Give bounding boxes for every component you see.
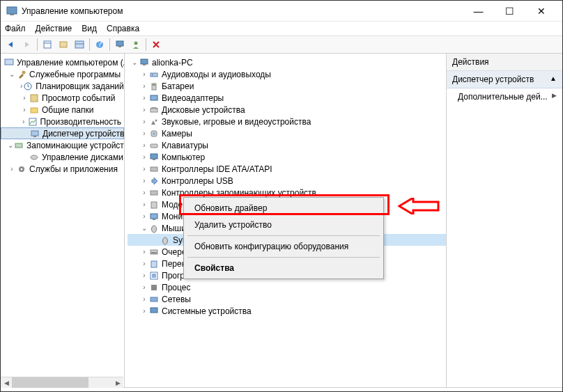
device-category-icon	[148, 152, 160, 163]
window-controls: — ☐ ✕	[463, 1, 557, 22]
left-item-perf[interactable]: › Производительность	[1, 116, 124, 127]
maximize-button[interactable]: ☐	[494, 1, 525, 22]
expander-expand-icon[interactable]: ›	[140, 272, 148, 279]
menu-action[interactable]: Действие	[36, 24, 72, 33]
tb-computer-icon[interactable]	[112, 37, 128, 52]
scroll-left-icon[interactable]: ◀	[1, 377, 12, 387]
svg-rect-52	[151, 297, 157, 301]
device-category[interactable]: ›Видеоадаптеры	[128, 92, 446, 104]
left-item-diskmgmt[interactable]: Управление дисками	[1, 151, 124, 163]
device-category-icon	[148, 116, 160, 127]
expander-expand-icon[interactable]: ›	[140, 94, 148, 102]
ctx-separator	[187, 257, 380, 258]
expander-expand-icon[interactable]: ›	[140, 283, 148, 291]
expander-expand-icon[interactable]: ›	[140, 295, 148, 303]
scroll-right-icon[interactable]: ▶	[112, 377, 123, 387]
expander-expand-icon[interactable]: ›	[140, 106, 148, 113]
actions-sub-header[interactable]: Диспетчер устройств ▲	[447, 71, 562, 88]
device-category[interactable]: ›Процес	[128, 281, 446, 293]
expander-expand-icon[interactable]: ›	[140, 212, 148, 220]
device-category[interactable]: ›Компьютер	[128, 151, 446, 163]
expander-expand-icon[interactable]: ›	[140, 153, 148, 161]
svg-rect-43	[153, 219, 155, 220]
main-area: Управление компьютером (л ⌄ Служебные пр…	[1, 54, 562, 387]
expander-expand-icon[interactable]: ›	[20, 94, 29, 102]
svg-text:?: ?	[98, 40, 102, 49]
expander-expand-icon[interactable]: ›	[140, 118, 148, 125]
collapse-arrow-icon[interactable]: ▲	[550, 75, 557, 84]
svg-rect-36	[151, 144, 157, 148]
left-root[interactable]: Управление компьютером (л	[1, 56, 124, 68]
left-group-services[interactable]: › Службы и приложения	[1, 163, 124, 175]
device-category-icon	[148, 164, 160, 175]
device-category[interactable]: ›Звуковые, игровые и видеоустройства	[128, 116, 446, 127]
svg-point-13	[22, 70, 26, 74]
device-category[interactable]: ›Батареи	[128, 80, 446, 92]
expander-expand-icon[interactable]: ›	[140, 201, 148, 208]
ctx-update-driver[interactable]: Обновить драйвер	[186, 200, 381, 217]
expander-expand-icon[interactable]: ›	[140, 307, 148, 315]
device-category[interactable]: ›Клавиатуры	[128, 139, 446, 151]
tb-icon-1[interactable]	[40, 37, 55, 52]
left-scrollbar[interactable]: ◀ ▶	[1, 377, 123, 387]
ctx-refresh-config[interactable]: Обновить конфигурацию оборудования	[186, 238, 381, 255]
tb-help-icon[interactable]: ?	[92, 37, 107, 52]
left-item-events[interactable]: › Просмотр событий	[1, 92, 124, 104]
app-icon	[6, 6, 17, 17]
device-category[interactable]: ›Системные устройства	[128, 305, 446, 317]
menu-help[interactable]: Справка	[107, 24, 139, 33]
actions-more[interactable]: Дополнительные дей... ▶	[447, 88, 562, 105]
menu-view[interactable]: Вид	[82, 24, 97, 33]
expander-expand-icon[interactable]: ›	[140, 177, 148, 185]
device-category[interactable]: ›Контроллеры USB	[128, 175, 446, 187]
expander-expand-icon[interactable]: ›	[20, 106, 29, 113]
svg-rect-30	[151, 95, 157, 100]
expander-expand-icon[interactable]: ›	[20, 118, 27, 125]
expander-expand-icon[interactable]: ›	[140, 70, 148, 78]
device-category-icon	[148, 294, 160, 305]
device-category[interactable]: ›Сетевы	[128, 293, 446, 305]
expander-expand-icon[interactable]: ›	[140, 260, 148, 267]
expander-expand-icon[interactable]: ›	[140, 189, 148, 196]
left-group-storage[interactable]: ⌄ Запоминающие устройств	[1, 139, 124, 151]
actions-header: Действия	[447, 54, 562, 71]
ctx-properties[interactable]: Свойства	[186, 260, 381, 276]
expander-collapse-icon[interactable]: ⌄	[140, 224, 148, 232]
mouse-icon	[160, 235, 171, 246]
expander-expand-icon[interactable]: ›	[140, 82, 148, 90]
left-item-devmgr[interactable]: Диспетчер устройств	[1, 127, 124, 139]
minimize-button[interactable]: —	[463, 1, 494, 22]
device-category[interactable]: ›Контроллеры IDE ATA/ATAPI	[128, 163, 446, 175]
left-item-scheduler[interactable]: › Планировщик заданий	[1, 80, 124, 92]
tb-icon-3[interactable]	[72, 37, 87, 52]
tb-icon-2[interactable]	[56, 37, 71, 52]
left-item-shared[interactable]: › Общие папки	[1, 104, 124, 116]
device-category[interactable]: ›Аудиовходы и аудиовыходы	[128, 68, 446, 80]
expander-collapse-icon[interactable]: ⌄	[130, 58, 139, 66]
svg-point-35	[153, 132, 155, 135]
svg-rect-32	[151, 109, 157, 112]
nav-back-button[interactable]	[3, 37, 19, 52]
svg-rect-42	[151, 214, 157, 219]
expander-expand-icon[interactable]: ›	[140, 130, 148, 137]
tb-delete-icon[interactable]	[148, 37, 164, 52]
expander-expand-icon[interactable]: ›	[140, 165, 148, 173]
close-button[interactable]: ✕	[525, 1, 557, 22]
tb-user-icon[interactable]	[128, 37, 144, 52]
expander-collapse-icon[interactable]: ⌄	[8, 70, 16, 78]
device-category[interactable]: ›Камеры	[128, 127, 446, 139]
svg-rect-50	[152, 274, 156, 278]
svg-rect-4	[60, 42, 67, 47]
expander-expand-icon[interactable]: ›	[140, 141, 148, 149]
svg-rect-41	[151, 202, 157, 208]
expander-expand-icon[interactable]: ›	[8, 165, 16, 173]
nav-forward-button[interactable]	[20, 37, 35, 52]
device-mgr-icon	[29, 128, 40, 139]
ctx-delete-device[interactable]: Удалить устройство	[186, 217, 381, 233]
left-group-tools[interactable]: ⌄ Служебные программы	[1, 68, 124, 80]
expander-expand-icon[interactable]: ›	[140, 248, 148, 256]
menu-file[interactable]: Файл	[5, 24, 26, 33]
device-root[interactable]: ⌄ alionka-PC	[128, 56, 446, 68]
expander-collapse-icon[interactable]: ⌄	[8, 141, 13, 149]
device-category[interactable]: ›Дисковые устройства	[128, 104, 446, 116]
